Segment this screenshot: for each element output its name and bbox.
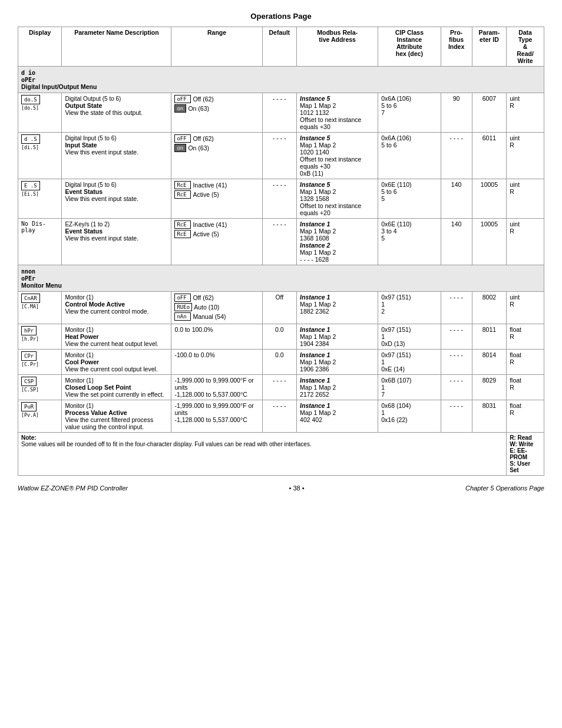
modbus-cell: Instance 5Map 1 Map 21328 1568Offset to … xyxy=(297,179,378,219)
default-cell: 0.0 xyxy=(262,324,296,350)
table-row: CPr[C.Pr]Monitor (1)Cool PowerView the c… xyxy=(18,350,544,375)
profibus-cell: - - - - xyxy=(441,324,472,350)
profibus-cell: - - - - xyxy=(441,133,472,179)
param-id-cell: 8031 xyxy=(472,400,506,433)
table-row: PuR[Pv.A]Monitor (1)Process Value Active… xyxy=(18,400,544,433)
footer: Watlow EZ-ZONE® PM PID Controller • 38 •… xyxy=(18,485,544,492)
display-cell: CnAR[C.MA] xyxy=(18,292,62,324)
param-name-cell: Digital Input (5 to 6)Event StatusView t… xyxy=(62,179,171,219)
section-header-digital-io: d iooPErDigital Input/Output Menu xyxy=(18,67,544,93)
header-param-name: Parameter Name Description xyxy=(62,27,171,67)
display-cell: No Dis-play xyxy=(18,219,62,265)
display-cell: d .S[di.S] xyxy=(18,133,62,179)
range-cell: -1,999.000 to 9,999.000°F or units-1,128… xyxy=(171,400,262,433)
cip-cell: 0x6A (106)5 to 67 xyxy=(378,93,441,133)
param-name-cell: Digital Output (5 to 6)Output StateView … xyxy=(62,93,171,133)
range-cell: 0.0 to 100.0% xyxy=(171,324,262,350)
cip-cell: 0x68 (104)10x16 (22) xyxy=(378,400,441,433)
param-id-cell: 8002 xyxy=(472,292,506,324)
default-cell: - - - - xyxy=(262,133,296,179)
profibus-cell: - - - - xyxy=(441,292,472,324)
cip-cell: 0x6A (106)5 to 6 xyxy=(378,133,441,179)
section-header-monitor: nnonoPErMonitor Menu xyxy=(18,265,544,292)
page-title: Operations Page xyxy=(18,12,544,21)
header-range: Range xyxy=(171,27,262,67)
default-cell: - - - - xyxy=(262,375,296,400)
range-cell: RcE Inactive (41)RcE Active (5) xyxy=(171,219,262,265)
default-cell: - - - - xyxy=(262,400,296,433)
table-row: E .S[Ei.S]Digital Input (5 to 6)Event St… xyxy=(18,179,544,219)
cip-cell: 0x97 (151)10xE (14) xyxy=(378,350,441,375)
profibus-cell: 140 xyxy=(441,219,472,265)
cip-cell: 0x6B (107)17 xyxy=(378,375,441,400)
param-id-cell: 6011 xyxy=(472,133,506,179)
param-id-cell: 8011 xyxy=(472,324,506,350)
header-cip: CIP ClassInstanceAttributehex (dec) xyxy=(378,27,441,67)
data-type-cell: uintR xyxy=(507,292,544,324)
modbus-cell: Instance 1Map 1 Map 21368 1608Instance 2… xyxy=(297,219,378,265)
param-id-cell: 6007 xyxy=(472,93,506,133)
range-cell: -100.0 to 0.0% xyxy=(171,350,262,375)
header-modbus: Modbus Rela-tive Address xyxy=(297,27,378,67)
profibus-cell: - - - - xyxy=(441,350,472,375)
range-cell: oFF Off (62)on On (63) xyxy=(171,93,262,133)
table-row: d .S[di.S]Digital Input (5 to 6)Input St… xyxy=(18,133,544,179)
footer-right: Chapter 5 Operations Page xyxy=(465,485,544,492)
display-cell: CPr[C.Pr] xyxy=(18,350,62,375)
modbus-cell: Instance 1Map 1 Map 21882 2362 xyxy=(297,292,378,324)
data-type-cell: floatR xyxy=(507,350,544,375)
param-name-cell: EZ-Key/s (1 to 2)Event StatusView this e… xyxy=(62,219,171,265)
data-type-cell: floatR xyxy=(507,375,544,400)
data-type-cell: floatR xyxy=(507,400,544,433)
table-row: No Dis-playEZ-Key/s (1 to 2)Event Status… xyxy=(18,219,544,265)
header-display: Display xyxy=(18,27,62,67)
display-cell: PuR[Pv.A] xyxy=(18,400,62,433)
modbus-cell: Instance 1Map 1 Map 21906 2386 xyxy=(297,350,378,375)
param-id-cell: 8014 xyxy=(472,350,506,375)
profibus-cell: - - - - xyxy=(441,400,472,433)
data-type-cell: uintR xyxy=(507,179,544,219)
param-name-cell: Monitor (1)Process Value ActiveView the … xyxy=(62,400,171,433)
range-cell: -1,999.000 to 9,999.000°F or units-1,128… xyxy=(171,375,262,400)
table-row: CnAR[C.MA]Monitor (1)Control Mode Active… xyxy=(18,292,544,324)
header-data-type: DataType&Read/Write xyxy=(507,27,544,67)
default-cell: 0.0 xyxy=(262,350,296,375)
display-cell: CSP[C.SP] xyxy=(18,375,62,400)
modbus-cell: Instance 1Map 1 Map 21904 2384 xyxy=(297,324,378,350)
modbus-cell: Instance 5Map 1 Map 21020 1140Offset to … xyxy=(297,133,378,179)
cip-cell: 0x97 (151)12 xyxy=(378,292,441,324)
header-param-id: Param-eter ID xyxy=(472,27,506,67)
param-id-cell: 10005 xyxy=(472,179,506,219)
data-type-cell: floatR xyxy=(507,324,544,350)
table-row: hPr[h.Pr]Monitor (1)Heat PowerView the c… xyxy=(18,324,544,350)
header-profibus: Pro-fibusIndex xyxy=(441,27,472,67)
profibus-cell: 90 xyxy=(441,93,472,133)
table-row: do.S[do.S]Digital Output (5 to 6)Output … xyxy=(18,93,544,133)
data-type-cell: uintR xyxy=(507,133,544,179)
data-type-cell: uintR xyxy=(507,219,544,265)
cip-cell: 0x6E (110)3 to 45 xyxy=(378,219,441,265)
param-name-cell: Monitor (1)Closed Loop Set PointView the… xyxy=(62,375,171,400)
modbus-cell: Instance 5Map 1 Map 21012 1132Offset to … xyxy=(297,93,378,133)
range-cell: oFF Off (62)on On (63) xyxy=(171,133,262,179)
modbus-cell: Instance 1Map 1 Map 2402 402 xyxy=(297,400,378,433)
default-cell: Off xyxy=(262,292,296,324)
default-cell: - - - - xyxy=(262,219,296,265)
cip-cell: 0x97 (151)10xD (13) xyxy=(378,324,441,350)
display-cell: E .S[Ei.S] xyxy=(18,179,62,219)
display-cell: hPr[h.Pr] xyxy=(18,324,62,350)
param-name-cell: Monitor (1)Cool PowerView the current co… xyxy=(62,350,171,375)
cip-cell: 0x6E (110)5 to 65 xyxy=(378,179,441,219)
param-name-cell: Monitor (1)Control Mode ActiveView the c… xyxy=(62,292,171,324)
param-id-cell: 10005 xyxy=(472,219,506,265)
display-cell: do.S[do.S] xyxy=(18,93,62,133)
default-cell: - - - - xyxy=(262,93,296,133)
profibus-cell: - - - - xyxy=(441,375,472,400)
modbus-cell: Instance 1Map 1 Map 22172 2652 xyxy=(297,375,378,400)
data-type-cell: uintR xyxy=(507,93,544,133)
range-cell: RcE Inactive (41)RcE Active (5) xyxy=(171,179,262,219)
footer-center: • 38 • xyxy=(289,485,305,492)
param-id-cell: 8029 xyxy=(472,375,506,400)
note-row: Note:Some values will be rounded off to … xyxy=(18,433,544,476)
param-name-cell: Digital Input (5 to 6)Input StateView th… xyxy=(62,133,171,179)
